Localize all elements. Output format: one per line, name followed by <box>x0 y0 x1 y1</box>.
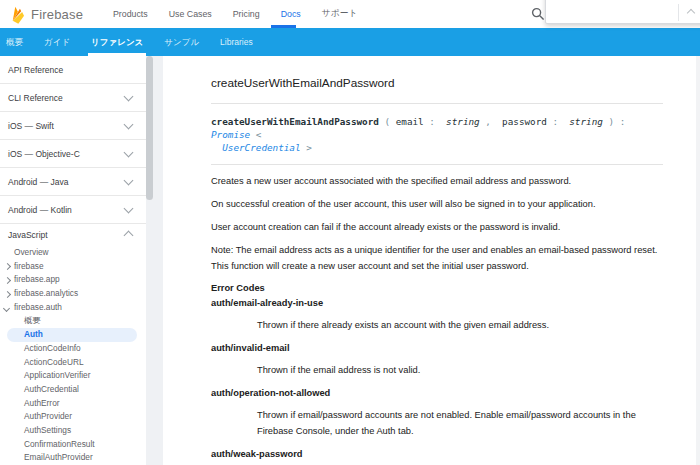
sidebar-subitem-label: AuthError <box>24 398 60 408</box>
error-code-desc: Thrown if email/password accounts are no… <box>257 407 663 439</box>
signature-token: email <box>396 116 424 127</box>
chevron-down-icon <box>124 148 134 158</box>
tab-libraries[interactable]: Libraries <box>220 28 253 56</box>
sidebar-subitem-firebase.app[interactable]: firebase.app <box>0 273 146 287</box>
sidebar-subitem-authprovider[interactable]: AuthProvider <box>0 410 146 424</box>
sidebar-item-ios-swift[interactable]: iOS — Swift <box>0 112 146 140</box>
sidebar-subitem-authsettings[interactable]: AuthSettings <box>0 424 146 438</box>
brand-name: Firebase <box>31 7 83 22</box>
error-code-desc: Thrown if the email address is not valid… <box>257 362 663 378</box>
main-content: createUserWithEmailAndPassword createUse… <box>164 56 696 465</box>
sidebar-subitem-label: firebase.analytics <box>14 288 78 298</box>
firebase-logo[interactable]: Firebase <box>10 0 83 28</box>
sidebar-subitem-autherror[interactable]: AuthError <box>0 397 146 411</box>
sidebar-item-android-kotlin[interactable]: Android — Kotlin <box>0 196 146 224</box>
sidebar-scrollbar-track[interactable] <box>146 56 163 465</box>
app-header: Firebase ProductsUse CasesPricingDocsサポー… <box>0 0 700 28</box>
tree-arrow-right-icon <box>4 291 11 298</box>
top-nav-products[interactable]: Products <box>113 9 148 19</box>
firebase-docs-page: Firebase ProductsUse CasesPricingDocsサポー… <box>0 0 700 465</box>
chevron-down-icon <box>124 120 134 130</box>
sidebar-item-android-java[interactable]: Android — Java <box>0 168 146 196</box>
error-codes-list: auth/email-already-in-useThrown if there… <box>211 296 663 465</box>
paragraph: User account creation can fail if the ac… <box>211 219 663 235</box>
tab-item-3[interactable]: サンプル <box>164 28 199 56</box>
chevron-down-icon <box>124 92 134 102</box>
sidebar-subitem-label: EmailAuthProvider <box>24 452 93 462</box>
top-nav-pricing[interactable]: Pricing <box>233 9 260 19</box>
sidebar-item-cli-reference[interactable]: CLI Reference <box>0 84 146 112</box>
tree-arrow-right-icon <box>4 277 11 284</box>
sidebar-subitem-label: 概要 <box>24 315 41 325</box>
sidebar-subitem-overview[interactable]: Overview <box>0 246 146 260</box>
paragraph: On successful creation of the user accou… <box>211 196 663 212</box>
promise-link[interactable]: Promise <box>211 129 250 140</box>
sidebar-item-ios-objective-c[interactable]: iOS — Objective-C <box>0 140 146 168</box>
page-title: createUserWithEmailAndPassword <box>211 76 696 90</box>
search-input-panel[interactable] <box>545 0 700 24</box>
function-signature: createUserWithEmailAndPassword ( email :… <box>211 103 663 165</box>
tab-item-1[interactable]: ガイド <box>44 28 70 56</box>
error-code-term: auth/operation-not-allowed <box>211 386 663 401</box>
sidebar-subitem-actioncodeurl[interactable]: ActionCodeURL <box>0 356 146 370</box>
sidebar-subitem-confirmationresult[interactable]: ConfirmationResult <box>0 438 146 452</box>
usercredential-link[interactable]: UserCredential <box>222 142 300 153</box>
sidebar-subitem-label: ActionCodeInfo <box>24 343 81 353</box>
sidebar-subitem-firebase[interactable]: firebase <box>0 260 146 274</box>
signature-token: , <box>480 116 502 127</box>
dropdown-caret-icon <box>687 9 695 17</box>
error-code-term: auth/invalid-email <box>211 341 663 356</box>
tab-item-0[interactable]: 概要 <box>6 28 23 56</box>
chevron-down-icon <box>124 176 134 186</box>
sidebar-subitem-applicationverifier[interactable]: ApplicationVerifier <box>0 369 146 383</box>
error-code-term: auth/email-already-in-use <box>211 296 663 311</box>
signature-token <box>211 142 222 153</box>
sidebar-subitem-label: Auth <box>24 329 43 339</box>
sidebar-subitem-actioncodeinfo[interactable]: ActionCodeInfo <box>0 342 146 356</box>
page-scrollbar-track[interactable] <box>696 56 700 465</box>
sidebar-subitem-item-5[interactable]: 概要 <box>0 314 146 328</box>
sidebar-subitem-label: Overview <box>14 247 49 257</box>
top-nav-docs[interactable]: Docs <box>281 9 301 19</box>
sidebar-item-label: CLI Reference <box>8 93 63 103</box>
paragraph: Creates a new user account associated wi… <box>211 173 663 189</box>
sidebar-subitem-label: AuthProvider <box>24 411 72 421</box>
sidebar-item-label: Android — Kotlin <box>8 205 72 215</box>
top-nav-use-cases[interactable]: Use Cases <box>169 9 212 19</box>
search-icon[interactable] <box>531 7 545 21</box>
tab-item-2[interactable]: リファレンス <box>91 28 143 56</box>
sidebar-item-label: Android — Java <box>8 177 68 187</box>
sidebar-subitem-auth[interactable]: Auth <box>7 328 137 342</box>
sidebar-item-api-reference[interactable]: API Reference <box>0 56 146 84</box>
signature-token: string <box>569 116 603 127</box>
search-panel-divider <box>678 4 679 21</box>
sidebar-item-javascript[interactable]: JavaScript <box>0 224 146 246</box>
signature-token: : <box>424 116 446 127</box>
sidebar-subitem-label: ActionCodeURL <box>24 357 84 367</box>
signature-token: ( <box>379 116 396 127</box>
signature-token: string <box>446 116 480 127</box>
sidebar-subitem-label: firebase <box>14 261 44 271</box>
sidebar-subitem-label: ApplicationVerifier <box>24 370 90 380</box>
chevron-down-icon <box>124 204 134 214</box>
sidebar-subitem-firebase.analytics[interactable]: firebase.analytics <box>0 287 146 301</box>
sidebar-nav: API ReferenceCLI ReferenceiOS — SwiftiOS… <box>0 56 146 465</box>
sidebar-subitem-authcredential[interactable]: AuthCredential <box>0 383 146 397</box>
sidebar-subitem-emailauthprovider[interactable]: EmailAuthProvider <box>0 451 146 465</box>
description-paragraphs: Creates a new user account associated wi… <box>211 165 663 274</box>
signature-token: < <box>250 129 261 140</box>
signature-token: password <box>502 116 547 127</box>
sidebar-subitem-firebase.auth[interactable]: firebase.auth <box>0 301 146 315</box>
top-nav-item-4[interactable]: サポート <box>322 8 358 20</box>
error-code-desc: Thrown if there already exists an accoun… <box>257 317 663 333</box>
active-nav-underline <box>271 25 296 28</box>
sidebar-scrollbar-thumb[interactable] <box>146 56 153 200</box>
sidebar-item-label: API Reference <box>8 65 63 75</box>
signature-token: createUserWithEmailAndPassword <box>211 116 379 127</box>
sidebar-item-label: iOS — Swift <box>8 121 54 131</box>
sidebar-subitem-label: firebase.auth <box>14 302 62 312</box>
sidebar-subitem-label: AuthCredential <box>24 384 79 394</box>
sidebar-item-label: iOS — Objective-C <box>8 149 80 159</box>
signature-token: > <box>301 142 312 153</box>
signature-token: ) : <box>603 116 631 127</box>
